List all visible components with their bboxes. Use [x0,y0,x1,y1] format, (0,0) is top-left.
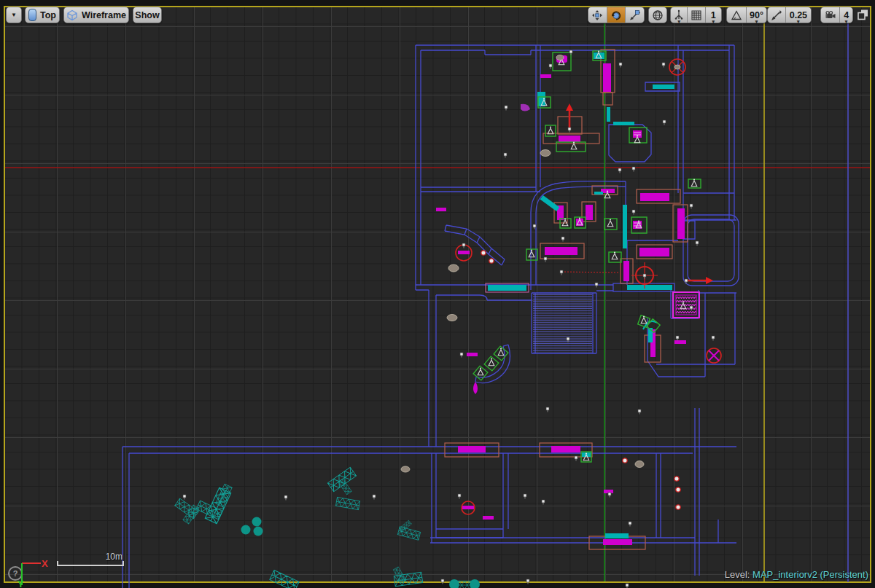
viewport-window: ▼ Top Wireframe Show [0,0,875,588]
scale-snap-caret-icon: ▾ [797,19,800,24]
maximize-viewport-button[interactable] [856,8,870,22]
rotation-snap-caret-icon: ▾ [755,19,758,24]
staircase [533,294,592,353]
grid-snap-toggle-button[interactable] [687,7,704,23]
scale-snap-arrow-icon [771,9,782,21]
level-status: Level: MAP_interiorv2 (Persistent) [725,569,868,580]
teal-mesh-clusters [175,467,480,588]
axis-y-label: Y [18,579,24,588]
rotate-tool-button[interactable] [607,7,626,23]
world-space-globe-icon [652,9,664,21]
bsp-walls [122,45,739,588]
camera-speed-group: 4 ▾ [820,7,853,23]
view-mode-label: Top [40,10,56,20]
world-axis-lines [4,6,871,583]
camera-speed-caret-icon: ▾ [845,19,848,24]
show-flags-button[interactable]: Show [133,7,162,23]
camera-speed-value-button[interactable]: 4 ▾ [839,7,852,23]
maximize-viewport-icon [858,10,868,20]
scale-tool-icon [629,9,641,21]
rotate-tool-icon [610,9,622,21]
coordinate-space-button[interactable] [648,7,667,23]
grid-snap-caret-icon: ▾ [712,19,715,24]
translate-tool-icon [591,9,603,21]
volume-outlines [4,7,871,582]
rotation-snap-icon [731,9,742,21]
scale-bar-label: 10m [106,552,122,562]
scale-snap-toggle-button[interactable] [768,7,785,23]
scale-bar: 10m [57,560,124,566]
axis-x-label: X [42,558,48,569]
wireframe-cube-icon [66,9,78,21]
surface-snap-button[interactable]: ▾ [671,7,687,23]
grid-snap-value-button[interactable]: 1 ▾ [705,7,721,23]
viewport-canvas[interactable] [0,0,875,588]
render-mode-label: Wireframe [82,10,126,20]
top-view-icon [28,9,36,21]
grid-snap-icon [691,9,702,21]
scale-snap-value-button[interactable]: 0.25 ▾ [785,7,811,23]
show-label: Show [135,10,159,20]
camera-speed-icon [825,9,836,21]
magenta-grate [673,292,699,318]
grid-snap-group: ▾ 1 ▾ [670,7,722,23]
surface-snap-caret-icon: ▾ [677,19,680,24]
scale-snap-group: 0.25 ▾ [767,7,812,23]
level-name: MAP_interiorv2 (Persistent) [752,569,868,580]
translate-tool-button[interactable] [588,7,607,23]
transform-tools-group [588,7,645,23]
viewport-options-button[interactable]: ▼ [6,7,22,23]
level-label: Level: [725,569,750,580]
options-caret-icon: ▼ [11,12,17,18]
render-mode-button[interactable]: Wireframe [63,7,129,23]
rotation-snap-group: 90° ▾ [726,7,767,23]
rotation-snap-toggle-button[interactable] [727,7,746,23]
scale-tool-button[interactable] [625,7,644,23]
rotation-snap-value-button[interactable]: 90° ▾ [746,7,766,23]
view-mode-button[interactable]: Top [25,7,60,23]
camera-speed-button[interactable] [821,7,839,23]
